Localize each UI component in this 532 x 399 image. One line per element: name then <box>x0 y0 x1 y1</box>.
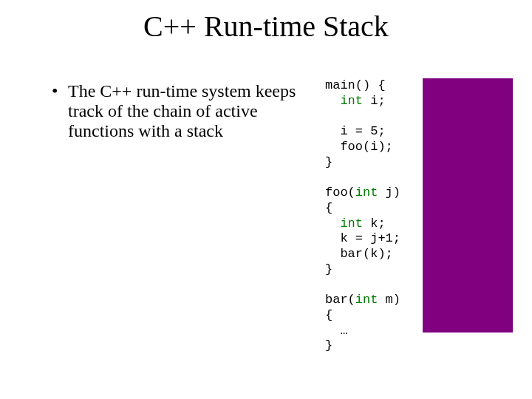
keyword-int: int <box>355 185 378 200</box>
code-line: } <box>325 155 332 169</box>
code-line: int i; <box>325 94 386 108</box>
stack-box <box>423 78 513 332</box>
keyword-int: int <box>340 216 363 231</box>
code-line: k = j+1; <box>325 231 400 245</box>
code-line: bar(int m) <box>325 293 400 307</box>
bullet-row: • The C++ run-time system keeps track of… <box>52 81 310 141</box>
slide-title: C++ Run-time Stack <box>0 9 532 44</box>
code-line: i = 5; <box>325 124 386 138</box>
bullet-dot: • <box>52 81 68 101</box>
bullet-text: The C++ run-time system keeps track of t… <box>68 81 310 141</box>
code-line: int k; <box>325 216 386 231</box>
code-line: foo(i); <box>325 140 393 154</box>
code-line: { <box>325 201 332 215</box>
slide: C++ Run-time Stack • The C++ run-time sy… <box>0 0 532 399</box>
code-line: } <box>325 338 332 352</box>
code-line: main() { <box>325 78 386 92</box>
keyword-int: int <box>355 293 378 307</box>
keyword-int: int <box>340 94 363 108</box>
code-line: } <box>325 262 332 276</box>
code-line: foo(int j) <box>325 185 400 200</box>
code-line: { <box>325 308 332 322</box>
code-line: bar(k); <box>325 247 393 261</box>
body-bullet: • The C++ run-time system keeps track of… <box>52 81 310 141</box>
code-line: … <box>325 324 348 338</box>
code-block: main() { int i; i = 5; foo(i); } foo(int… <box>325 78 421 354</box>
